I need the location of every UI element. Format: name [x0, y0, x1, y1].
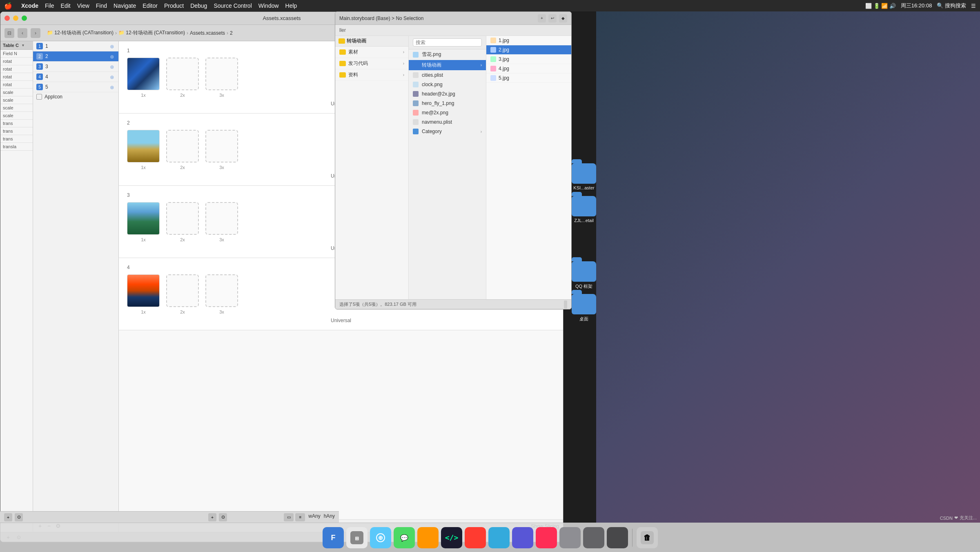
third-item-2jpg[interactable]: 2.jpg: [486, 45, 571, 55]
slot-2-3x[interactable]: 3x: [205, 130, 238, 170]
file-item-cities[interactable]: cities.plist: [409, 71, 486, 80]
third-item-5jpg[interactable]: 5.jpg: [486, 73, 571, 83]
third-item-3jpg[interactable]: 3.jpg: [486, 55, 571, 64]
menu-product[interactable]: Product: [164, 2, 184, 9]
desktop-folder-qq[interactable]: QQ 框架: [568, 261, 600, 289]
third-item-4jpg[interactable]: 4.jpg: [486, 64, 571, 73]
storyboard-btn-1[interactable]: +: [538, 14, 546, 22]
slot-4-2x[interactable]: 2x: [166, 274, 199, 314]
storyboard-btn-3[interactable]: ◆: [559, 14, 567, 22]
dock-icon-6[interactable]: </>: [441, 527, 462, 548]
dock-icon-13[interactable]: [607, 527, 628, 548]
sidebar-code-rotat-1[interactable]: rotat: [0, 58, 33, 65]
sidebar-code-rotat-3[interactable]: rotat: [0, 73, 33, 81]
breadcrumb-item-1[interactable]: 📁 12-转场动画 (CATransition): [47, 29, 114, 36]
slot-2-2x[interactable]: 2x: [166, 130, 199, 170]
forward-btn[interactable]: ›: [31, 28, 40, 38]
sidebar-code-scale-3[interactable]: scale: [0, 104, 33, 112]
maximize-button[interactable]: [22, 16, 27, 21]
dock-safari[interactable]: ⊕: [370, 527, 391, 548]
asset-item-5[interactable]: 5 5 ◎: [33, 82, 118, 92]
sidebar-code-rotat-4[interactable]: rotat: [0, 81, 33, 89]
slot-2-1x[interactable]: 1x: [127, 130, 160, 170]
breadcrumb-item-2[interactable]: 📁 12-转场动画 (CATransition): [118, 29, 185, 36]
slot-1-2x[interactable]: 2x: [166, 58, 199, 98]
storyboard-circle-btn[interactable]: ⊙: [219, 513, 227, 521]
sidebar-code-trans-1[interactable]: trans: [0, 120, 33, 127]
desktop-folder-desktop[interactable]: 桌面: [568, 294, 600, 322]
desktop-folder-ksi[interactable]: KSI...aster: [568, 163, 600, 190]
menu-window[interactable]: Window: [258, 2, 279, 9]
slot-1-3x[interactable]: 3x: [205, 58, 238, 98]
file-item-faxidaima[interactable]: 发习代码 ›: [335, 58, 408, 69]
asset-action-2[interactable]: ◎: [109, 53, 115, 60]
sidebar-code-trans-2[interactable]: trans: [0, 127, 33, 135]
sidebar-code-scale-1[interactable]: scale: [0, 89, 33, 96]
sidebar-code-scale-2[interactable]: scale: [0, 96, 33, 104]
menu-xcode[interactable]: Xcode: [21, 2, 38, 9]
lines-view-btn[interactable]: ≡: [295, 513, 305, 521]
storyboard-btn-2[interactable]: ↩: [548, 14, 557, 22]
file-item-ziliao[interactable]: 资料 ›: [335, 69, 408, 81]
slot-4-1x[interactable]: 1x: [127, 274, 160, 314]
file-item-sucai[interactable]: 素材 ›: [335, 47, 408, 58]
dock-finder[interactable]: F: [323, 527, 344, 548]
dock-launchpad[interactable]: ⊞: [346, 527, 368, 548]
breadcrumb-item-4[interactable]: 2: [230, 30, 233, 36]
close-button[interactable]: [4, 16, 10, 21]
file-item-zhuanchangdonghua[interactable]: 转场动画 ›: [409, 60, 486, 71]
slot-4-3x[interactable]: 3x: [205, 274, 238, 314]
dock-icon-9[interactable]: [512, 527, 533, 548]
slot-3-2x[interactable]: 2x: [166, 202, 199, 242]
menu-editor[interactable]: Editor: [143, 2, 158, 9]
asset-action-1[interactable]: ◎: [109, 43, 115, 49]
asset-item-3[interactable]: 3 3 ◎: [33, 62, 118, 72]
asset-action-3[interactable]: ◎: [109, 63, 115, 70]
apple-menu[interactable]: 🍎: [4, 2, 12, 10]
menubar-search[interactable]: 🔍 搜狗搜索: [937, 2, 966, 9]
minimize-button[interactable]: [13, 16, 18, 21]
dock-icon-7[interactable]: [465, 527, 486, 548]
dock-icon-12[interactable]: [583, 527, 604, 548]
back-btn[interactable]: ‹: [18, 28, 27, 38]
dock-icon-5[interactable]: [417, 527, 439, 548]
file-item-navmenu[interactable]: navmenu.plist: [409, 118, 486, 127]
sidebar-code-transla[interactable]: transla: [0, 143, 33, 151]
slot-1-1x[interactable]: 1x: [127, 58, 160, 98]
desktop-folder-zjl[interactable]: ZJL...etail: [568, 196, 600, 223]
rect-view-btn[interactable]: ▭: [284, 513, 294, 521]
sidebar-code-rotat-2[interactable]: rotat: [0, 65, 33, 73]
dock-icon-11[interactable]: [559, 527, 581, 548]
menu-file[interactable]: File: [45, 2, 54, 9]
menu-help[interactable]: Help: [285, 2, 297, 9]
asset-item-4[interactable]: 4 4 ◎: [33, 72, 118, 82]
file-item-me2x[interactable]: me@2x.png: [409, 108, 486, 118]
breadcrumb-item-3[interactable]: Assets.xcassets: [190, 30, 225, 36]
menu-source-control[interactable]: Source Control: [214, 2, 252, 9]
menu-edit[interactable]: Edit: [61, 2, 71, 9]
file-item-xuehuo[interactable]: 雪花.png: [409, 49, 486, 60]
menu-navigate[interactable]: Navigate: [114, 2, 136, 9]
file-item-category[interactable]: Category ›: [409, 127, 486, 136]
asset-appicon[interactable]: AppIcon: [33, 92, 118, 101]
dock-icon-10[interactable]: [536, 527, 557, 548]
asset-action-4[interactable]: ◎: [109, 73, 115, 80]
asset-item-1[interactable]: 1 1 ◎: [33, 41, 118, 51]
file-item-header2x[interactable]: header@2x.jpg: [409, 89, 486, 99]
slot-3-1x[interactable]: 1x: [127, 202, 160, 242]
asset-item-2[interactable]: 2 2 ◎: [33, 51, 118, 62]
sidebar-toggle-btn[interactable]: ⊟: [4, 28, 14, 38]
sidebar-code-scale-4[interactable]: scale: [0, 112, 33, 120]
dock-trash[interactable]: 🗑: [637, 527, 658, 548]
slot-3-3x[interactable]: 3x: [205, 202, 238, 242]
menu-view[interactable]: View: [77, 2, 89, 9]
storyboard-plus-btn[interactable]: +: [208, 513, 216, 521]
menu-debug[interactable]: Debug: [190, 2, 207, 9]
third-item-1jpg[interactable]: 1.jpg: [486, 36, 571, 45]
file-item-herofly[interactable]: hero_fly_1.png: [409, 99, 486, 108]
plus-icon[interactable]: +: [4, 513, 12, 521]
search-input-2[interactable]: [413, 38, 482, 47]
asset-action-5[interactable]: ◎: [109, 84, 115, 90]
divider-handle[interactable]: [564, 300, 567, 309]
menu-find[interactable]: Find: [96, 2, 107, 9]
